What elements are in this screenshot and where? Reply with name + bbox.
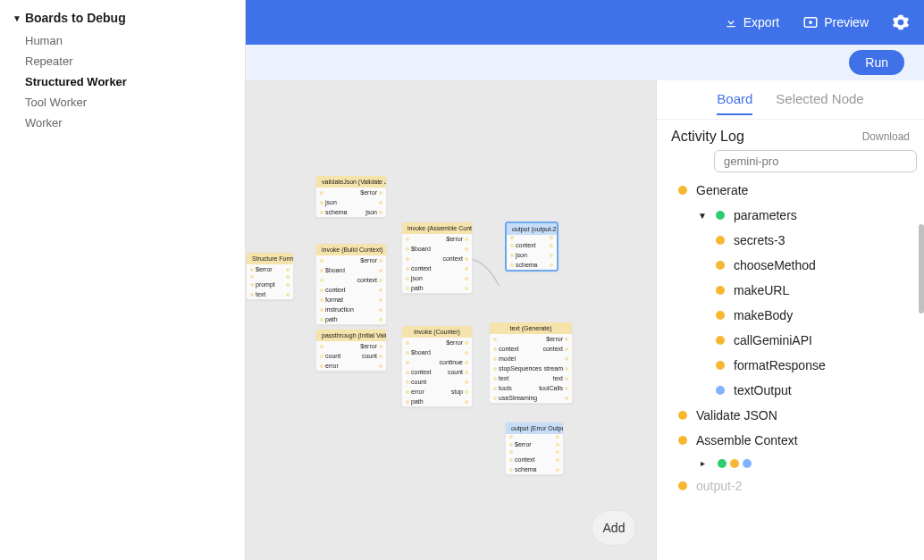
run-button[interactable]: Run [849, 50, 904, 75]
port-in[interactable]: prompt [250, 280, 275, 288]
port-out[interactable] [463, 378, 468, 386]
settings-button[interactable] [892, 13, 910, 31]
log-row-parameters[interactable]: ▼parameters [678, 203, 917, 228]
port-out[interactable]: context [442, 255, 468, 263]
log-row-chooseMethod[interactable]: chooseMethod [678, 253, 917, 278]
port-out[interactable]: stream [544, 364, 568, 372]
port-in[interactable]: $error [509, 440, 532, 448]
port-in[interactable] [320, 256, 325, 264]
log-row-callGeminiAPI[interactable]: callGeminiAPI [678, 328, 917, 353]
sidebar-item-repeater[interactable]: Repeater [13, 51, 232, 71]
log-row-Assemble Context[interactable]: Assemble Context [678, 428, 917, 453]
port-in[interactable] [320, 188, 325, 196]
port-out[interactable]: $error [360, 342, 382, 350]
port-out[interactable] [463, 274, 468, 282]
port-out[interactable]: $error [546, 335, 568, 343]
port-out[interactable]: $error [360, 188, 382, 196]
port-out[interactable]: count [362, 352, 382, 360]
log-row-formatResponse[interactable]: formatResponse [678, 353, 917, 378]
download-link[interactable]: Download [862, 130, 910, 143]
log-row-makeBody[interactable]: makeBody [678, 303, 917, 328]
tab-board[interactable]: Board [717, 91, 752, 115]
port-out[interactable] [548, 261, 553, 269]
port-in[interactable]: path [320, 315, 338, 323]
port-in[interactable]: context [510, 241, 536, 249]
sidebar-item-human[interactable]: Human [13, 30, 232, 51]
port-in[interactable]: schema [510, 261, 538, 269]
node-errout[interactable]: output (Error Output)$errorcontextschema [505, 422, 564, 475]
node-assemble[interactable]: invoke (Assemble Context)$error$boardcon… [401, 221, 473, 294]
port-out[interactable] [548, 241, 553, 249]
preview-button[interactable]: Preview [802, 14, 869, 30]
port-out[interactable] [377, 266, 382, 274]
port-in[interactable]: json [320, 198, 337, 206]
port-out[interactable] [377, 362, 382, 370]
port-out[interactable] [377, 315, 382, 323]
port-out[interactable] [377, 296, 382, 304]
port-in[interactable]: context [406, 264, 432, 272]
port-in[interactable]: schema [320, 208, 348, 216]
log-row-makeURL[interactable]: makeURL [678, 278, 917, 303]
port-out[interactable]: $error [446, 339, 468, 347]
port-in[interactable]: error [406, 388, 424, 396]
port-out[interactable] [377, 286, 382, 294]
port-in[interactable]: text [493, 374, 508, 382]
port-out[interactable] [377, 198, 382, 206]
port-in[interactable]: useStreaming [493, 394, 537, 402]
port-in[interactable]: $board [406, 348, 431, 356]
port-out[interactable] [563, 355, 568, 363]
port-out[interactable] [548, 251, 553, 259]
log-row-output-2[interactable]: output-2 [678, 473, 917, 498]
port-in[interactable]: schema [509, 465, 537, 473]
node-output2[interactable]: output (output-2)contextjsonschema [505, 221, 559, 272]
port-in[interactable]: error [320, 362, 339, 370]
port-in[interactable] [250, 275, 256, 279]
log-row-Generate[interactable]: Generate [678, 178, 917, 203]
add-node-button[interactable]: Add [592, 510, 636, 546]
port-in[interactable] [509, 435, 515, 439]
port-out[interactable] [284, 280, 290, 288]
port-out[interactable] [548, 236, 553, 239]
port-out[interactable] [463, 397, 468, 405]
port-in[interactable]: tools [493, 384, 512, 392]
port-in[interactable]: count [406, 378, 426, 386]
port-in[interactable] [320, 342, 325, 350]
log-row-secrets-3[interactable]: secrets-3 [678, 228, 917, 253]
port-in[interactable]: stopSequences [493, 364, 542, 372]
node-generate[interactable]: text (Generate)$errorcontextcontextmodel… [489, 322, 573, 404]
port-out[interactable] [284, 265, 290, 273]
port-in[interactable]: count [320, 352, 340, 360]
port-in[interactable]: $error [250, 265, 273, 273]
port-in[interactable]: context [320, 286, 346, 294]
port-in[interactable]: json [510, 251, 527, 259]
port-out[interactable]: toolCalls [539, 384, 568, 392]
sidebar-item-tool-worker[interactable]: Tool Worker [13, 92, 232, 113]
port-in[interactable]: format [320, 296, 343, 304]
port-in[interactable]: context [509, 456, 535, 464]
port-out[interactable] [284, 290, 290, 298]
node-validate[interactable]: validateJson (Validate JSON)$errorjsonsc… [315, 175, 387, 218]
port-in[interactable]: context [493, 345, 519, 353]
port-out[interactable] [463, 284, 468, 292]
export-button[interactable]: Export [724, 15, 779, 29]
port-in[interactable]: json [406, 274, 423, 282]
port-out[interactable]: context [357, 276, 382, 284]
port-in[interactable]: text [250, 290, 265, 298]
port-out[interactable] [463, 348, 468, 356]
port-in[interactable]: path [406, 397, 424, 405]
port-in[interactable] [510, 236, 516, 239]
port-out[interactable] [563, 394, 568, 402]
sidebar-item-worker[interactable]: Worker [13, 113, 232, 133]
node-buildctx[interactable]: invoke (Build Context)$error$boardcontex… [315, 243, 387, 325]
port-out[interactable] [554, 465, 559, 473]
port-out[interactable] [554, 435, 559, 439]
port-out[interactable]: context [542, 345, 568, 353]
port-out[interactable]: stop [451, 388, 468, 396]
sidebar-header[interactable]: ▼ Boards to Debug [13, 11, 232, 25]
port-in[interactable]: context [406, 368, 432, 376]
port-out[interactable]: count [448, 368, 468, 376]
log-row-dots[interactable]: ▸ [678, 453, 917, 473]
port-out[interactable] [463, 245, 468, 253]
node-struct[interactable]: Structure Formatter)$errorprompttext [246, 252, 294, 300]
scrollbar-thumb[interactable] [919, 224, 924, 313]
